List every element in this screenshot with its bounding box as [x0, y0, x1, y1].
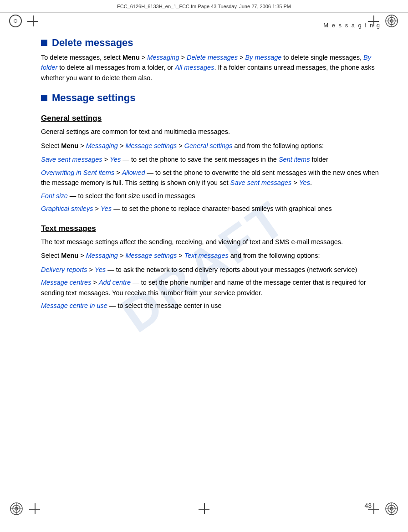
- delete-messages-bullet: [41, 40, 47, 46]
- save-sent-yes: Yes: [110, 156, 121, 163]
- add-centre-label: Add centre: [99, 279, 131, 286]
- message-settings-link-1: Message settings: [125, 142, 177, 149]
- bottom-right-marks: [368, 501, 399, 516]
- delete-messages-heading: Delete messages: [41, 37, 381, 49]
- menu-bold-3: Menu: [61, 252, 78, 259]
- header-bar: FCC_6126H_6133H_en_1_FCC.fm Page 43 Tues…: [0, 0, 408, 13]
- main-content: M e s s a g i n g Delete messages To del…: [41, 22, 381, 505]
- page: FCC_6126H_6133H_en_1_FCC.fm Page 43 Tues…: [0, 0, 408, 532]
- menu-bold-2: Menu: [61, 142, 78, 149]
- graphical-smileys-label: Graphical smileys: [41, 205, 93, 212]
- bottom-right-cross: [368, 503, 379, 514]
- allowed-label: Allowed: [122, 169, 145, 176]
- sent-items-link: Sent items: [279, 156, 310, 163]
- delete-messages-link: Delete messages: [187, 54, 238, 61]
- messaging-link-2: Messaging: [86, 142, 118, 149]
- yes-label-2: Yes: [299, 179, 310, 186]
- bottom-left-cross: [29, 503, 40, 514]
- text-messages-link: Text messages: [184, 252, 229, 259]
- general-settings-select: Select Menu > Messaging > Message settin…: [41, 141, 381, 151]
- bottom-right-spiral: [384, 501, 399, 516]
- font-size-option: Font size — to select the font size used…: [41, 191, 381, 201]
- page-header: M e s s a g i n g: [41, 22, 381, 29]
- top-left-circle: [9, 15, 22, 27]
- text-messages-select: Select Menu > Messaging > Message settin…: [41, 251, 381, 261]
- menu-bold-1: Menu: [122, 54, 140, 61]
- by-message-link: By message: [245, 54, 282, 61]
- graphical-smileys-option: Graphical smileys > Yes — to set the pho…: [41, 204, 381, 214]
- top-left-marks: [9, 15, 38, 27]
- text-messages-intro: The text message settings affect the sen…: [41, 237, 381, 247]
- file-info: FCC_6126H_6133H_en_1_FCC.fm Page 43 Tues…: [117, 4, 291, 9]
- all-messages-link: All messages: [175, 64, 214, 71]
- general-settings-link: General settings: [184, 142, 233, 149]
- graphical-smileys-yes: Yes: [101, 205, 112, 212]
- overwriting-option: Overwriting in Sent items > Allowed — to…: [41, 168, 381, 188]
- message-centres-label: Message centres: [41, 279, 91, 286]
- messaging-link-1: Messaging: [147, 54, 179, 61]
- bottom-left-spiral: [9, 501, 24, 516]
- overwriting-label: Overwriting in Sent items: [41, 169, 114, 176]
- top-right-spiral: [384, 14, 399, 28]
- font-size-label: Font size: [41, 192, 68, 200]
- message-settings-title: Message settings: [52, 92, 135, 104]
- message-settings-heading: Message settings: [41, 92, 381, 104]
- bottom-center-cross: [199, 503, 209, 514]
- message-settings-bullet: [41, 95, 47, 101]
- general-settings-intro: General settings are common for text and…: [41, 127, 381, 137]
- message-centres-option: Message centres > Add centre — to set th…: [41, 277, 381, 298]
- message-centre-in-use-option: Message centre in use — to select the me…: [41, 301, 381, 311]
- message-settings-link-2: Message settings: [125, 252, 177, 259]
- save-sent-messages-label-2: Save sent messages: [230, 179, 292, 186]
- text-messages-heading: Text messages: [41, 224, 381, 233]
- delivery-reports-yes: Yes: [95, 266, 106, 273]
- messaging-link-3: Messaging: [86, 252, 118, 259]
- delivery-reports-option: Delivery reports > Yes — to ask the netw…: [41, 265, 381, 275]
- delete-messages-body: To delete messages, select Menu > Messag…: [41, 52, 381, 83]
- save-sent-messages-label: Save sent messages: [41, 156, 102, 163]
- message-centre-in-use-label: Message centre in use: [41, 302, 107, 309]
- delivery-reports-label: Delivery reports: [41, 266, 87, 273]
- top-left-circle-inner: [14, 19, 17, 23]
- general-settings-heading: General settings: [41, 114, 381, 123]
- bottom-left-marks: [9, 501, 40, 516]
- delete-messages-title: Delete messages: [52, 37, 133, 49]
- bottom-center-marks: [199, 503, 209, 514]
- top-left-cross: [27, 15, 38, 26]
- bottom-crosshairs: [0, 501, 408, 516]
- save-sent-messages-option: Save sent messages > Yes — to set the ph…: [41, 154, 381, 164]
